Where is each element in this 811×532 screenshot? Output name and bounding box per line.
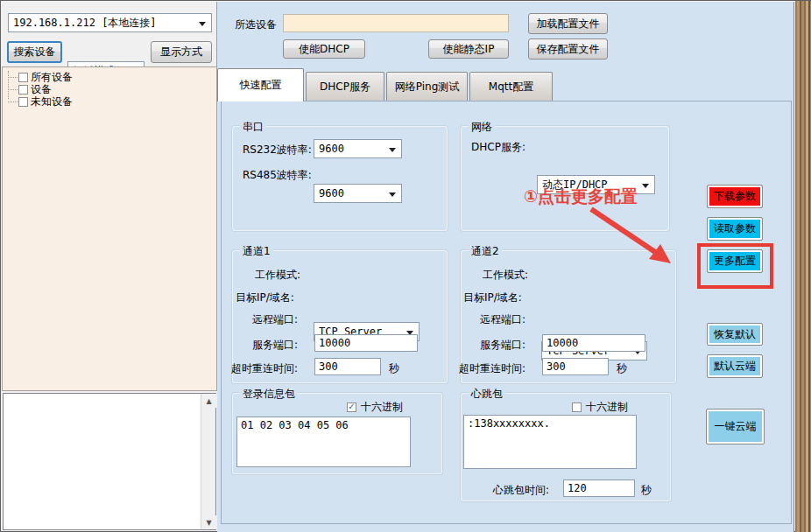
- checkbox-icon[interactable]: [18, 85, 28, 94]
- tree-item-unknown-devices[interactable]: 未知设备: [6, 95, 216, 108]
- chevron-down-icon: [642, 184, 649, 188]
- channel2-title: 通道2: [469, 244, 502, 259]
- save-config-button[interactable]: 保存配置文件: [528, 38, 608, 60]
- checkbox-icon[interactable]: [18, 73, 28, 82]
- hex-checkbox-label: 十六进制: [586, 400, 628, 415]
- default-cloud-button[interactable]: 默认云端: [707, 354, 763, 378]
- enable-dhcp-button[interactable]: 使能DHCP: [283, 39, 365, 59]
- network-group-title: 网络: [469, 120, 495, 135]
- display-mode-button[interactable]: 显示方式: [151, 41, 212, 63]
- heartbeat-textarea[interactable]: :138xxxxxxxx.: [463, 415, 637, 469]
- rs485-baud-select[interactable]: 9600: [314, 184, 402, 203]
- download-params-button[interactable]: 下载参数: [707, 185, 763, 208]
- annotation-arrow-icon: [579, 204, 684, 274]
- scroll-up-icon[interactable]: ▲: [201, 394, 216, 408]
- rs232-baud-label: RS232波特率:: [243, 143, 312, 158]
- tab-dhcp-service[interactable]: DHCP服务: [306, 72, 384, 102]
- dhcp-service-label: DHCP服务:: [471, 140, 525, 155]
- heartbeat-seconds-label: 秒: [641, 483, 652, 498]
- device-tree: 所有设备 设备 未知设备: [2, 66, 217, 391]
- channel1-title: 通道1: [240, 244, 273, 259]
- selected-device-input[interactable]: [283, 14, 509, 32]
- channel2-seconds-label: 秒: [617, 361, 627, 376]
- chevron-down-icon: [389, 148, 396, 152]
- scroll-down-icon[interactable]: ▼: [201, 515, 216, 529]
- heartbeat-title: 心跳包: [469, 387, 505, 402]
- login-packet-title: 登录信息包: [240, 387, 298, 402]
- channel2-target-ip-label: 目标IP/域名:: [463, 290, 522, 305]
- device-ip-select-value: 192.168.1.212 [本地连接]: [13, 16, 157, 31]
- heartbeat-time-label: 心跳包时间:: [493, 483, 549, 498]
- read-params-button[interactable]: 读取参数: [707, 217, 763, 241]
- search-device-button[interactable]: 搜索设备: [7, 41, 62, 63]
- channel2-server-port-input[interactable]: [542, 334, 645, 352]
- hex-checkbox[interactable]: [572, 402, 582, 412]
- channel2-work-mode-label: 工作模式:: [483, 268, 528, 283]
- channel1-seconds-label: 秒: [389, 361, 399, 376]
- annotation-highlight-rect: [697, 243, 773, 289]
- channel1-target-ip-label: 目标IP/域名:: [236, 290, 294, 305]
- one-key-cloud-button[interactable]: 一键云端: [706, 409, 765, 444]
- channel2-timeout-input[interactable]: [542, 358, 609, 375]
- login-packet-textarea[interactable]: 01 02 03 04 05 06: [236, 416, 411, 467]
- hex-checkbox-label: 十六进制: [361, 400, 403, 415]
- channel2-server-port-label: 服务端口:: [480, 338, 525, 353]
- load-config-button[interactable]: 加载配置文件: [528, 13, 608, 34]
- tab-quick-config[interactable]: 快速配置: [217, 68, 304, 102]
- app-window: 192.168.1.212 [本地连接] 搜索设备 组播模式 显示方式 所有设备…: [0, 0, 811, 532]
- channel1-server-port-label: 服务端口:: [252, 338, 298, 353]
- heartbeat-time-input[interactable]: [563, 480, 635, 497]
- tab-ping-test[interactable]: 网络Ping测试: [386, 72, 468, 102]
- device-ip-select[interactable]: 192.168.1.212 [本地连接]: [8, 13, 212, 32]
- channel1-timeout-label: 超时重连时间:: [231, 361, 298, 376]
- rs485-baud-value: 9600: [319, 187, 344, 200]
- rs485-baud-label: RS485波特率:: [243, 168, 312, 183]
- channel2-timeout-label: 超时重连时间:: [459, 361, 525, 376]
- chevron-down-icon: [199, 22, 206, 26]
- chevron-down-icon: [389, 192, 396, 197]
- serial-group-title: 串口: [240, 120, 266, 135]
- device-log-panel: ▲ ▼: [3, 393, 216, 530]
- selected-device-label: 所选设备: [235, 18, 277, 32]
- channel1-remote-port-label: 远程端口:: [252, 312, 298, 327]
- channel1-work-mode-label: 工作模式:: [255, 268, 300, 283]
- log-scrollbar[interactable]: ▲ ▼: [201, 394, 215, 529]
- channel1-server-port-input[interactable]: [314, 334, 418, 352]
- hex-checkbox[interactable]: [347, 402, 356, 412]
- checkbox-icon[interactable]: [18, 97, 28, 107]
- rs232-baud-select[interactable]: 9600: [314, 139, 402, 158]
- tab-mqtt-config[interactable]: Mqtt配置: [469, 72, 553, 102]
- left-toolbar: 192.168.1.212 [本地连接] 搜索设备 组播模式 显示方式: [2, 2, 217, 66]
- channel1-timeout-input[interactable]: [314, 358, 381, 375]
- enable-static-ip-button[interactable]: 使能静态IP: [428, 39, 509, 59]
- tree-item-label: 未知设备: [31, 94, 73, 109]
- restore-default-button[interactable]: 恢复默认: [707, 323, 763, 346]
- desktop-wallpaper-strip: [795, 1, 811, 532]
- rs232-baud-value: 9600: [319, 143, 344, 155]
- channel2-remote-port-label: 远程端口:: [480, 312, 525, 327]
